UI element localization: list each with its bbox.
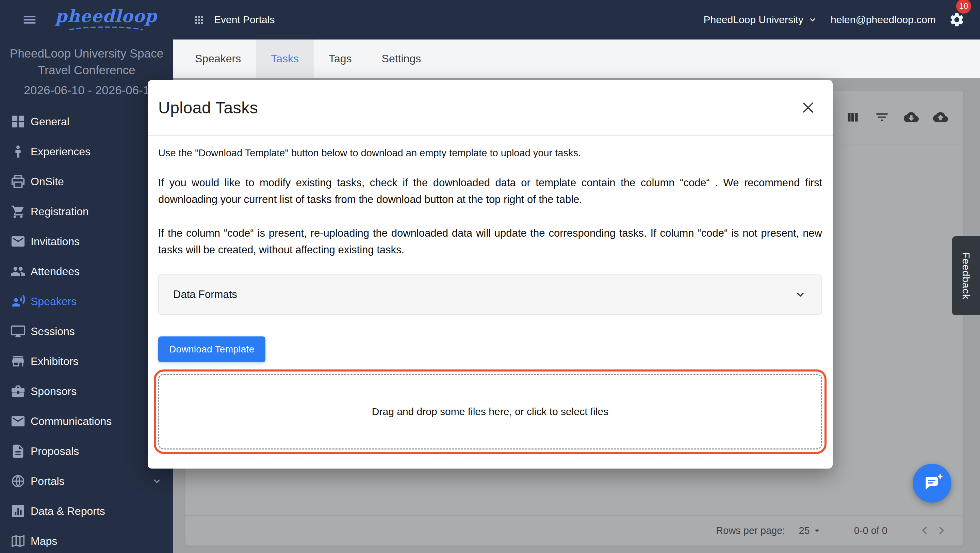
sidebar-item-sessions[interactable]: Sessions <box>0 316 173 346</box>
sidebar-item-label: Attendees <box>30 265 80 278</box>
sidebar-item-label: Maps <box>30 535 57 548</box>
sidebar-item-general[interactable]: General <box>0 107 173 137</box>
chart-icon <box>10 503 26 519</box>
people-icon <box>10 264 26 279</box>
feedback-tab[interactable]: Feedback <box>952 236 980 315</box>
chat-fab-button[interactable] <box>913 464 951 503</box>
tab-label: Tasks <box>271 53 299 65</box>
chat-bubble-icon <box>921 474 943 493</box>
tab-speakers[interactable]: Speakers <box>180 40 256 78</box>
sidebar-item-label: Exhibitors <box>30 355 79 368</box>
tab-tasks[interactable]: Tasks <box>256 40 314 78</box>
tab-tags[interactable]: Tags <box>314 40 367 78</box>
topbar-left: pheedloop <box>0 0 173 40</box>
data-formats-accordion[interactable]: Data Formats <box>158 274 822 315</box>
dropzone-text: Drag and drop some files here, or click … <box>372 406 608 418</box>
close-button[interactable] <box>800 99 816 116</box>
sidebar-item-label: Communications <box>30 415 111 428</box>
notification-badge: 10 <box>956 0 971 14</box>
event-dates: 2026-06-10 - 2026-06-1 <box>6 82 167 99</box>
printer-icon <box>10 174 26 189</box>
topbar-right: PheedLoop University helen@pheedloop.com… <box>703 11 980 28</box>
globe-icon <box>10 473 26 489</box>
sidebar: PheedLoop University Space Travel Confer… <box>0 40 173 553</box>
mail-icon <box>10 413 26 429</box>
org-switcher[interactable]: PheedLoop University <box>703 14 818 25</box>
tab-label: Tags <box>329 53 352 65</box>
modal-paragraph-1: If you would like to modify existing tas… <box>158 174 822 208</box>
modal-title: Upload Tasks <box>158 99 800 117</box>
event-portals-label: Event Portals <box>214 14 275 25</box>
map-icon <box>10 533 26 549</box>
chevron-down-icon <box>808 14 818 25</box>
modal-intro-text: Use the "Download Template" button below… <box>158 147 822 159</box>
mail-icon <box>10 234 26 249</box>
sidebar-item-registration[interactable]: Registration <box>0 196 173 226</box>
sidebar-item-label: General <box>30 115 69 128</box>
sidebar-item-label: Experiences <box>30 145 91 158</box>
file-dropzone[interactable]: Drag and drop some files here, or click … <box>158 374 822 449</box>
chevron-down-icon <box>151 475 163 487</box>
sidebar-item-label: Registration <box>30 206 89 218</box>
close-icon <box>800 99 816 116</box>
person-icon <box>10 144 26 159</box>
sidebar-item-label: OnSite <box>30 175 64 188</box>
sidebar-item-maps[interactable]: Maps <box>0 526 173 553</box>
org-name: PheedLoop University <box>703 14 803 25</box>
sidebar-item-communications[interactable]: Communications <box>0 406 173 436</box>
sidebar-item-label: Data & Reports <box>30 505 105 518</box>
data-formats-label: Data Formats <box>173 288 237 301</box>
tab-settings[interactable]: Settings <box>367 40 436 78</box>
sidebar-item-speakers[interactable]: Speakers <box>0 286 173 316</box>
sidebar-item-portals[interactable]: Portals <box>0 466 173 496</box>
tab-label: Settings <box>382 53 421 65</box>
sidebar-item-label: Proposals <box>30 445 79 457</box>
sidebar-item-exhibitors[interactable]: Exhibitors <box>0 346 173 376</box>
tab-label: Speakers <box>195 53 241 65</box>
sidebar-item-attendees[interactable]: Attendees <box>0 257 173 286</box>
sidebar-item-label: Portals <box>30 475 65 488</box>
upload-tasks-modal: Upload Tasks Use the "Download Template"… <box>148 80 833 469</box>
feedback-label: Feedback <box>960 252 972 300</box>
sidebar-item-label: Sponsors <box>30 385 76 398</box>
logo-underline <box>67 25 145 32</box>
modal-header: Upload Tasks <box>148 80 833 136</box>
chevron-down-icon <box>794 288 807 301</box>
gear-icon <box>949 11 965 28</box>
tabbar: Speakers Tasks Tags Settings <box>173 40 980 78</box>
apps-grid-icon <box>193 14 205 26</box>
event-portals-button[interactable]: Event Portals <box>193 14 275 26</box>
speaker-person-icon <box>10 293 26 309</box>
modal-paragraph-2: If the column “code“ is present, re-uplo… <box>158 225 822 258</box>
monitor-icon <box>10 324 26 339</box>
hamburger-menu-icon[interactable] <box>22 12 37 27</box>
user-email: helen@pheedloop.com <box>830 14 936 25</box>
sidebar-nav: General Experiences OnSite Registration <box>0 107 173 553</box>
grid-icon <box>10 114 26 129</box>
sidebar-item-proposals[interactable]: Proposals <box>0 436 173 466</box>
topbar: pheedloop Event Portals PheedLoop Univer… <box>0 0 980 40</box>
storefront-icon <box>10 354 26 369</box>
settings-gear-button[interactable]: 10 <box>949 11 965 28</box>
document-icon <box>10 443 26 459</box>
briefcase-icon <box>10 383 26 399</box>
sidebar-item-label: Speakers <box>30 295 76 308</box>
sidebar-item-label: Sessions <box>30 325 75 338</box>
event-info: PheedLoop University Space Travel Confer… <box>0 40 173 99</box>
sidebar-item-invitations[interactable]: Invitations <box>0 226 173 257</box>
sidebar-item-sponsors[interactable]: Sponsors <box>0 376 173 406</box>
cart-icon <box>10 204 26 219</box>
pheedloop-logo[interactable]: pheedloop <box>55 8 157 32</box>
modal-body: Use the "Download Template" button below… <box>148 147 833 469</box>
sidebar-item-onsite[interactable]: OnSite <box>0 167 173 196</box>
download-template-button[interactable]: Download Template <box>158 336 266 362</box>
sidebar-item-label: Invitations <box>30 235 80 248</box>
event-name: PheedLoop University Space Travel Confer… <box>6 45 167 78</box>
sidebar-item-experiences[interactable]: Experiences <box>0 137 173 167</box>
sidebar-item-data-reports[interactable]: Data & Reports <box>0 496 173 526</box>
pheedloop-logo-text: pheedloop <box>55 8 157 25</box>
